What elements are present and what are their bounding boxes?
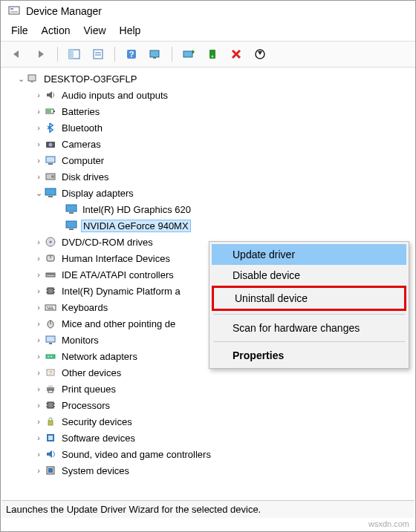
enable-device-button[interactable] (202, 45, 223, 64)
toolbar-separator (57, 47, 58, 62)
tree-category-label: Human Interface Devices (60, 253, 172, 264)
expand-icon[interactable]: › (33, 450, 44, 459)
software-icon (44, 432, 57, 444)
disable-device-button[interactable] (250, 45, 270, 64)
computer-icon (44, 154, 57, 166)
svg-rect-30 (69, 212, 74, 214)
expand-icon[interactable]: › (33, 335, 44, 344)
expand-icon[interactable]: › (33, 319, 44, 328)
expand-icon[interactable]: › (33, 91, 44, 99)
tree-category[interactable]: ›Batteries (2, 103, 415, 119)
tree-category-label: Disk drives (60, 171, 111, 183)
show-hide-console-button[interactable] (64, 45, 85, 64)
context-properties[interactable]: Properties (212, 345, 406, 366)
chip-icon (44, 285, 57, 297)
collapse-icon[interactable]: ⌄ (16, 74, 26, 84)
svg-rect-1 (10, 8, 13, 10)
disk-icon (44, 171, 57, 183)
menu-action[interactable]: Action (42, 24, 71, 36)
context-separator (213, 314, 405, 315)
tree-category-label: Audio inputs and outputs (60, 90, 169, 101)
properties-button[interactable] (88, 45, 108, 64)
svg-text:?: ? (129, 50, 134, 59)
expand-icon[interactable]: › (33, 286, 44, 295)
tree-root[interactable]: ⌄ DESKTOP-O3FGFLP (2, 70, 415, 87)
menu-view[interactable]: View (83, 24, 105, 36)
tree-category-label: Security devices (60, 416, 134, 427)
tree-category[interactable]: ›Sound, video and game controllers (2, 446, 415, 462)
expand-icon[interactable]: › (33, 401, 44, 410)
display-icon (65, 220, 78, 231)
expand-icon[interactable]: › (33, 270, 44, 279)
context-disable-device[interactable]: Disable device (212, 265, 406, 286)
expand-icon[interactable]: › (33, 433, 44, 442)
collapse-icon[interactable]: ⌄ (33, 188, 44, 198)
svg-rect-12 (183, 51, 192, 57)
status-text: Launches the Update Driver Wizard for th… (6, 504, 261, 515)
tree-category[interactable]: ›Bluetooth (2, 119, 415, 136)
expand-icon[interactable]: › (33, 466, 44, 475)
computer-icon (26, 73, 39, 85)
svg-rect-4 (69, 50, 74, 59)
svg-rect-17 (30, 81, 33, 82)
tree-device[interactable]: Intel(R) HD Graphics 620 (2, 201, 415, 217)
forward-button[interactable] (30, 45, 51, 64)
back-button[interactable] (7, 45, 27, 64)
tree-device[interactable]: NVIDIA GeForce 940MX (2, 217, 415, 234)
svg-point-34 (50, 241, 52, 243)
tree-category[interactable]: ›Cameras (2, 136, 415, 152)
monitor-icon (44, 334, 57, 346)
expand-icon[interactable]: › (33, 254, 44, 263)
expand-icon[interactable]: › (33, 123, 44, 132)
context-scan-hardware[interactable]: Scan for hardware changes (212, 318, 406, 338)
context-update-driver[interactable]: Update driver (212, 244, 406, 265)
tree-category[interactable]: ›Disk drives (2, 168, 415, 185)
keyboard-icon (44, 301, 57, 313)
svg-rect-5 (94, 50, 103, 59)
expand-icon[interactable]: › (33, 303, 44, 312)
expand-icon[interactable]: › (33, 368, 44, 377)
expand-icon[interactable]: › (33, 172, 44, 181)
tree-category[interactable]: ›Software devices (2, 430, 415, 446)
system-icon (44, 464, 57, 476)
svg-rect-48 (48, 308, 53, 309)
expand-icon[interactable]: › (33, 107, 44, 116)
expand-icon[interactable]: › (33, 417, 44, 426)
tree-category[interactable]: ›Audio inputs and outputs (2, 87, 415, 103)
svg-rect-29 (66, 205, 77, 211)
window-title: Device Manager (26, 5, 102, 17)
tree-category[interactable]: ›Computer (2, 152, 415, 168)
tree-category[interactable]: ›System devices (2, 462, 415, 479)
svg-rect-52 (49, 343, 52, 344)
tree-device-label: NVIDIA GeForce 940MX (81, 220, 191, 232)
expand-icon[interactable]: › (33, 156, 44, 165)
svg-rect-32 (69, 229, 74, 230)
svg-rect-11 (153, 57, 156, 59)
help-button[interactable]: ? (121, 45, 142, 64)
battery-icon (44, 105, 57, 117)
context-menu: Update driver Disable device Uninstall d… (209, 241, 409, 369)
tree-category[interactable]: ›Print queues (2, 381, 415, 397)
svg-rect-47 (51, 306, 53, 308)
tree-category[interactable]: ⌄Display adapters (2, 185, 415, 201)
menu-file[interactable]: File (11, 24, 28, 36)
menu-help[interactable]: Help (120, 24, 141, 36)
tree-category-label: Monitors (60, 335, 100, 346)
expand-icon[interactable]: › (33, 384, 44, 393)
uninstall-device-button[interactable] (226, 45, 247, 64)
svg-rect-24 (48, 163, 53, 165)
scan-hardware-button[interactable] (145, 45, 166, 64)
expand-icon[interactable]: › (33, 352, 44, 361)
display-icon (44, 187, 57, 199)
tree-category[interactable]: ›Security devices (2, 413, 415, 430)
svg-rect-39 (48, 288, 53, 294)
tree-category[interactable]: ›Processors (2, 397, 415, 413)
expand-icon[interactable]: › (33, 237, 44, 246)
svg-rect-10 (150, 50, 159, 57)
expand-icon[interactable]: › (33, 139, 44, 148)
update-driver-button[interactable] (178, 45, 199, 64)
sound-icon (44, 448, 57, 460)
svg-rect-28 (48, 196, 53, 197)
tree-category-label: Network adapters (60, 351, 139, 362)
context-uninstall-device[interactable]: Uninstall device (212, 286, 406, 311)
